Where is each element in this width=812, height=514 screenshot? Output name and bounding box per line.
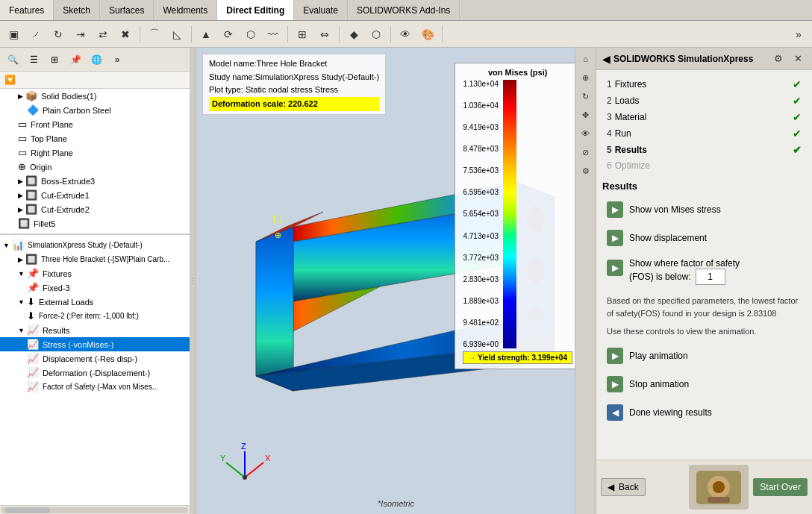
show-displacement-btn[interactable]: ▶ Show displacement: [602, 226, 806, 250]
menu-tab-addins[interactable]: SOLIDWORKS Add-Ins: [348, 0, 460, 20]
play-animation-btn[interactable]: ▶ Play animation: [602, 344, 806, 368]
menu-tab-direct-editing[interactable]: Direct Editing: [217, 0, 294, 20]
toolbar-delete-face[interactable]: ✖: [115, 24, 136, 45]
toolbar-shade[interactable]: 🎨: [417, 24, 438, 45]
tree-item-front-plane[interactable]: ▭ Front Plane: [0, 117, 190, 131]
tree-item-stress[interactable]: 📈 Stress (-vonMises-): [0, 337, 190, 351]
show-von-mises-btn[interactable]: ▶ Show von Mises stress: [602, 198, 806, 222]
vp-view-btn[interactable]: 👁: [578, 125, 594, 142]
tree-item-right-plane[interactable]: ▭ Right Plane: [0, 145, 190, 160]
tree-item-ext-loads[interactable]: ▼ ⬇ External Loads: [0, 295, 190, 309]
chevron-btn[interactable]: »: [107, 50, 127, 69]
vp-settings-btn[interactable]: ⚙: [578, 163, 594, 179]
step-4[interactable]: 4 Run ✔: [602, 125, 806, 142]
legend-labels: 1.130e+04 1.036e+04 9.419e+03 8.478e+03 …: [463, 80, 499, 348]
tree-item-fixtures[interactable]: ▼ 📌 Fixtures: [0, 266, 190, 280]
toolbar-pattern[interactable]: ⊞: [292, 24, 313, 45]
tree-item-plain-carbon-steel[interactable]: 🔷 Plain Carbon Steel: [0, 103, 190, 117]
step-2-label: Loads: [615, 95, 793, 106]
pin-btn[interactable]: 📌: [66, 50, 85, 69]
tree-item-fixed3[interactable]: 📌 Fixed-3: [0, 280, 190, 295]
tree-item-fillet[interactable]: 🔲 Fillet5: [0, 216, 190, 231]
expand-cut2[interactable]: ▶: [18, 206, 23, 213]
menu-tab-sketch[interactable]: Sketch: [54, 0, 100, 20]
tree-item-results-group[interactable]: ▼ 📈 Results: [0, 323, 190, 337]
toolbar-more[interactable]: »: [788, 24, 809, 45]
tree-item-cut-extrude2[interactable]: ▶ 🔲 Cut-Extrude2: [0, 202, 190, 216]
step-6[interactable]: 6 Optimize: [602, 158, 806, 173]
sim-close-btn[interactable]: ✕: [790, 51, 806, 67]
toolbar-sweep[interactable]: 〰: [263, 24, 284, 45]
expand-results[interactable]: ▼: [18, 327, 25, 334]
vp-section-btn[interactable]: ⊘: [578, 144, 594, 160]
toolbar-chamfer[interactable]: ◺: [166, 24, 187, 45]
toolbar-mate[interactable]: ⬡: [366, 24, 387, 45]
tree-item-origin[interactable]: ⊕ Origin: [0, 160, 190, 174]
toolbar-offset-face[interactable]: ⇥: [70, 24, 91, 45]
fos-input[interactable]: [696, 269, 725, 285]
step-1[interactable]: 1 Fixtures ✔: [602, 76, 806, 93]
expand-solid-bodies[interactable]: ▶: [18, 93, 23, 100]
sim-gear-btn[interactable]: ⚙: [770, 51, 787, 67]
sim-panel-arrow[interactable]: ◀: [602, 53, 610, 65]
menu-tab-evaluate[interactable]: Evaluate: [294, 0, 348, 20]
tree-item-deformation-result[interactable]: 📈 Deformation (-Displacement-): [0, 366, 190, 380]
tree-item-top-plane[interactable]: ▭ Top Plane: [0, 131, 190, 145]
expand-cut1[interactable]: ▶: [18, 192, 23, 199]
toolbar-select[interactable]: ▣: [3, 24, 24, 45]
sidebar-hscroll[interactable]: [0, 505, 190, 514]
list-btn[interactable]: ☰: [24, 50, 43, 69]
tree-item-cut-extrude1[interactable]: ▶ 🔲 Cut-Extrude1: [0, 188, 190, 202]
viewport[interactable]: Model name:Three Hole Bracket Study name…: [196, 48, 596, 514]
toolbar-move-face[interactable]: ⟋: [25, 24, 46, 45]
tree-item-solid-bodies[interactable]: ▶ 📦 Solid Bodies(1): [0, 89, 190, 103]
step-3-check: ✔: [793, 111, 802, 123]
toolbar-extrude[interactable]: ▲: [196, 24, 216, 45]
expand-loads[interactable]: ▼: [18, 298, 25, 306]
menu-tab-weldments[interactable]: Weldments: [154, 0, 217, 20]
toolbar-view[interactable]: 👁: [395, 24, 416, 45]
expand-sim[interactable]: ▼: [3, 242, 10, 249]
stop-animation-btn[interactable]: ▶ Stop animation: [602, 372, 806, 396]
done-viewing-btn[interactable]: ◀ Done viewing results: [602, 401, 806, 424]
vp-zoom-btn[interactable]: ⊕: [578, 69, 594, 86]
step-2[interactable]: 2 Loads ✔: [602, 93, 806, 109]
back-btn[interactable]: ◀ Back: [601, 478, 646, 496]
toolbar-dim[interactable]: ◆: [343, 24, 364, 45]
expand-boss[interactable]: ▶: [18, 178, 23, 185]
toolbar-revolve[interactable]: ⟳: [218, 24, 239, 45]
fixed3-icon: 📌: [27, 282, 39, 293]
toolbar-rotate-face[interactable]: ↻: [48, 24, 69, 45]
tree-item-three-hole[interactable]: ▶ 🔲 Three Hole Bracket (-[SW]Plain Carb.…: [0, 252, 190, 266]
resize-handle[interactable]: ⋮: [190, 48, 196, 514]
tree-item-displacement-result[interactable]: 📈 Displacement (-Res disp-): [0, 351, 190, 366]
toolbar-mirror[interactable]: ⇔: [314, 24, 335, 45]
vp-rotate-btn[interactable]: ↻: [578, 88, 594, 104]
menu-tab-features[interactable]: Features: [0, 0, 54, 20]
globe-btn[interactable]: 🌐: [87, 50, 106, 69]
done-arrow-icon: ◀: [607, 404, 623, 421]
expand-fixtures[interactable]: ▼: [18, 270, 25, 278]
filter-btn[interactable]: 🔍: [3, 50, 22, 69]
fos-label-line2-row: (FOS) is below:: [629, 269, 802, 285]
tree-item-boss-extrude[interactable]: ▶ 🔲 Boss-Extrude3: [0, 174, 190, 188]
fos-info-text: Based on the specified parameters, the l…: [607, 295, 802, 319]
tree-item-sim-study[interactable]: ▼ 📊 SimulationXpress Study (-Default-): [0, 238, 190, 252]
vp-pan-btn[interactable]: ✥: [578, 107, 594, 123]
fillet-icon: 🔲: [18, 218, 30, 229]
toolbar-replace-face[interactable]: ⇄: [93, 24, 113, 45]
step-3[interactable]: 3 Material ✔: [602, 109, 806, 125]
tree-item-force2[interactable]: ⬇ Force-2 (:Per item: -1,000 lbf:): [0, 309, 190, 323]
step-5[interactable]: 5 Results ✔: [602, 142, 806, 158]
step-3-num: 3: [607, 112, 612, 122]
grid-btn[interactable]: ⊞: [45, 50, 64, 69]
sidebar-toolbar: 🔍 ☰ ⊞ 📌 🌐 »: [0, 48, 190, 72]
toolbar-fillet[interactable]: ⌒: [144, 24, 165, 45]
step-4-check: ✔: [793, 128, 802, 140]
toolbar-loft[interactable]: ⬡: [240, 24, 261, 45]
vp-home-btn[interactable]: ⌂: [578, 51, 594, 67]
menu-tab-surfaces[interactable]: Surfaces: [100, 0, 154, 20]
tree-item-fos-result[interactable]: 📈 Factor of Safety (-Max von Mises...: [0, 380, 190, 394]
expand-three-hole[interactable]: ▶: [18, 256, 23, 263]
start-over-btn[interactable]: Start Over: [753, 478, 808, 496]
